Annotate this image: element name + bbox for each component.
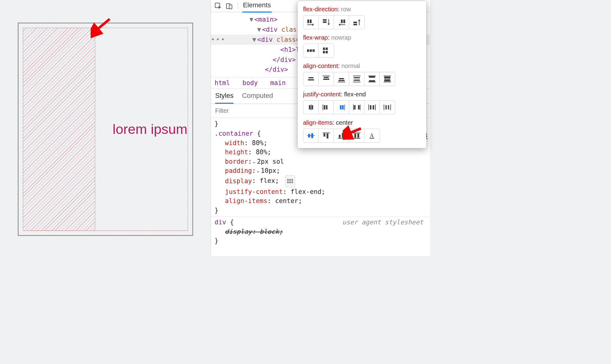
svg-rect-5 (289, 179, 291, 181)
svg-rect-39 (369, 80, 375, 82)
flex-direction-column-reverse-button[interactable] (349, 16, 364, 29)
svg-rect-6 (291, 179, 293, 181)
align-items-stretch-button[interactable] (349, 129, 364, 142)
align-content-space-around-button[interactable] (349, 72, 364, 86)
svg-rect-52 (342, 105, 344, 109)
svg-rect-4 (287, 179, 289, 181)
justify-content-space-evenly-button[interactable] (380, 101, 395, 114)
svg-rect-11 (310, 20, 312, 23)
more-actions-icon[interactable]: ••• (211, 34, 218, 45)
flex-area: lorem ipsum (22, 27, 189, 232)
section-flex-direction: flex-direction: row (303, 6, 421, 29)
svg-rect-20 (313, 49, 315, 52)
crumb-main[interactable]: main (270, 79, 286, 87)
svg-rect-43 (384, 79, 390, 81)
svg-rect-28 (324, 77, 329, 78)
svg-rect-64 (388, 105, 389, 109)
justify-content-space-around-button[interactable] (364, 101, 380, 114)
flex-editor-popover: flex-direction: row flex-wrap: nowrap al… (298, 1, 426, 148)
svg-rect-13 (323, 21, 327, 23)
flex-wrap-nowrap-button[interactable] (303, 44, 319, 57)
inspect-icon[interactable] (214, 2, 222, 10)
svg-rect-22 (326, 48, 328, 50)
ua-stylesheet-label: user agent stylesheet (342, 218, 426, 227)
heading-h1: lorem ipsum (113, 121, 189, 137)
flex-direction-row-button[interactable] (303, 16, 319, 29)
section-flex-wrap: flex-wrap: nowrap (303, 34, 421, 58)
expand-triangle-icon[interactable]: ▸ (256, 169, 261, 174)
svg-rect-21 (323, 48, 325, 50)
align-items-start-button[interactable] (319, 129, 334, 142)
justify-content-space-between-button[interactable] (349, 101, 364, 114)
align-content-space-between-button[interactable] (364, 72, 380, 86)
svg-rect-71 (327, 134, 328, 138)
svg-rect-31 (338, 80, 345, 81)
svg-rect-49 (324, 105, 325, 109)
svg-rect-30 (339, 78, 344, 79)
svg-rect-34 (354, 77, 360, 78)
svg-rect-16 (353, 22, 357, 23)
svg-rect-26 (308, 79, 314, 80)
align-content-center-button[interactable] (303, 72, 319, 86)
svg-rect-76 (354, 134, 356, 138)
align-items-center-button[interactable] (303, 129, 319, 142)
toolbar-separator (238, 3, 238, 9)
svg-rect-7 (287, 181, 289, 183)
section-align-items: align-items: center A (303, 119, 421, 143)
svg-rect-25 (309, 77, 313, 78)
justify-content-center-button[interactable] (303, 101, 319, 114)
svg-rect-60 (373, 105, 374, 109)
svg-rect-63 (385, 105, 387, 109)
align-content-end-button[interactable] (334, 72, 349, 86)
svg-rect-38 (369, 76, 375, 78)
align-content-start-button[interactable] (319, 72, 334, 86)
tab-computed[interactable]: Computed (242, 92, 273, 104)
svg-rect-23 (323, 51, 325, 53)
svg-rect-73 (342, 133, 344, 138)
svg-rect-77 (357, 134, 359, 138)
container-element[interactable]: lorem ipsum (18, 23, 193, 236)
flex-direction-column-button[interactable] (319, 16, 334, 29)
flex-direction-row-reverse-button[interactable] (334, 16, 349, 29)
svg-rect-24 (326, 51, 328, 53)
svg-rect-29 (323, 79, 329, 80)
stray-brace: } (215, 120, 219, 127)
svg-rect-8 (289, 181, 291, 183)
svg-rect-14 (341, 20, 343, 23)
svg-rect-15 (343, 20, 345, 23)
justify-content-end-button[interactable] (334, 101, 349, 114)
svg-rect-51 (340, 105, 342, 109)
svg-rect-35 (354, 80, 360, 81)
svg-rect-42 (384, 77, 390, 79)
svg-rect-3 (229, 5, 232, 9)
filter-input[interactable] (215, 107, 288, 115)
devtools-panel: ✕ Elements ▼<main> ▼<div class="w ••• (211, 0, 430, 256)
svg-rect-56 (358, 105, 360, 109)
device-toggle-icon[interactable] (225, 2, 233, 10)
css-rule-ua-div[interactable]: user agent stylesheet div { display: blo… (211, 217, 430, 247)
align-items-end-button[interactable] (334, 129, 349, 142)
svg-rect-55 (354, 105, 356, 109)
crumb-html[interactable]: html (215, 79, 230, 87)
tab-styles[interactable]: Styles (215, 92, 233, 104)
svg-rect-19 (310, 49, 312, 52)
svg-rect-68 (311, 133, 313, 138)
svg-rect-10 (307, 20, 309, 23)
crumb-body[interactable]: body (242, 79, 258, 87)
justify-content-start-button[interactable] (319, 101, 334, 114)
svg-rect-47 (312, 105, 313, 109)
section-align-content: align-content: normal (303, 62, 421, 86)
flex-editor-toggle-icon[interactable] (285, 175, 295, 187)
svg-rect-72 (339, 135, 341, 138)
align-items-baseline-button[interactable]: A (364, 129, 380, 142)
svg-rect-50 (326, 105, 327, 109)
svg-rect-67 (308, 134, 310, 137)
page-preview: lorem ipsum (0, 0, 211, 256)
svg-rect-59 (370, 105, 371, 109)
svg-rect-70 (324, 134, 325, 137)
svg-text:A: A (370, 132, 374, 139)
expand-triangle-icon[interactable]: ▸ (252, 160, 257, 165)
tab-elements[interactable]: Elements (242, 0, 272, 12)
flex-wrap-wrap-button[interactable] (319, 44, 334, 57)
align-content-stretch-button[interactable] (380, 72, 395, 86)
